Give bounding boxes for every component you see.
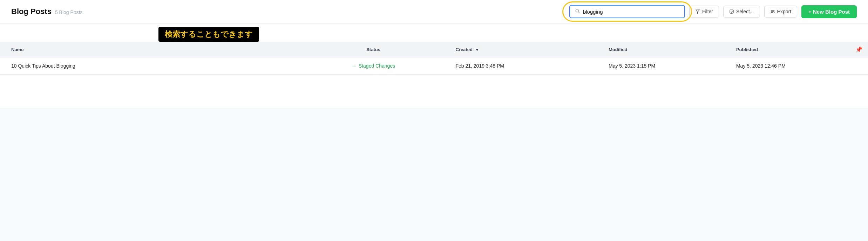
svg-rect-3 — [730, 10, 733, 13]
filter-label: Filter — [702, 9, 713, 14]
col-header-name: Name — [0, 42, 297, 57]
row-status: → Staged Changes — [297, 57, 450, 75]
export-button[interactable]: Export — [764, 6, 797, 18]
select-icon — [729, 9, 734, 14]
filter-button[interactable]: Filter — [689, 6, 719, 18]
search-icon — [575, 8, 580, 15]
title-area: Blog Posts 5 Blog Posts — [11, 7, 83, 16]
svg-line-1 — [578, 12, 580, 13]
sort-arrow-icon: ▼ — [475, 48, 479, 52]
export-icon — [770, 9, 775, 14]
col-header-created[interactable]: Created ▼ — [450, 42, 603, 57]
export-label: Export — [777, 9, 791, 14]
search-wrapper — [569, 5, 685, 18]
blog-posts-table: Name Status Created ▼ Modified Published — [0, 42, 868, 75]
row-name: 10 Quick Tips About Blogging — [0, 57, 297, 75]
annotation-area: 検索することもできます — [0, 23, 868, 42]
new-blog-post-button[interactable]: + New Blog Post — [801, 5, 857, 18]
table-row[interactable]: 10 Quick Tips About Blogging → Staged Ch… — [0, 57, 868, 75]
page-title: Blog Posts — [11, 7, 52, 16]
post-count-subtitle: 5 Blog Posts — [55, 9, 83, 15]
annotation-banner: 検索することもできます — [158, 27, 259, 42]
search-input[interactable] — [583, 9, 679, 15]
row-pin — [850, 57, 868, 75]
col-header-modified: Modified — [603, 42, 731, 57]
search-container[interactable] — [569, 5, 685, 18]
select-button[interactable]: Select... — [723, 6, 760, 18]
toolbar: Blog Posts 5 Blog Posts Filter — [0, 0, 868, 23]
row-created: Feb 21, 2019 3:48 PM — [450, 57, 603, 75]
select-label: Select... — [736, 9, 754, 14]
row-modified: May 5, 2023 1:15 PM — [603, 57, 731, 75]
table-body: 10 Quick Tips About Blogging → Staged Ch… — [0, 57, 868, 75]
table-container: Name Status Created ▼ Modified Published — [0, 42, 868, 108]
col-header-pin: 📌 — [850, 42, 868, 57]
col-header-status: Status — [297, 42, 450, 57]
status-arrow-icon: → — [352, 63, 357, 69]
status-badge: → Staged Changes — [352, 63, 395, 69]
row-published: May 5, 2023 12:46 PM — [731, 57, 850, 75]
pin-header-icon: 📌 — [855, 46, 862, 53]
filter-icon — [695, 9, 700, 14]
empty-content-area — [0, 108, 868, 241]
table-header: Name Status Created ▼ Modified Published — [0, 42, 868, 57]
svg-marker-2 — [696, 10, 699, 13]
status-text: Staged Changes — [359, 63, 395, 69]
col-header-published: Published — [731, 42, 850, 57]
new-post-label: + New Blog Post — [808, 9, 850, 15]
